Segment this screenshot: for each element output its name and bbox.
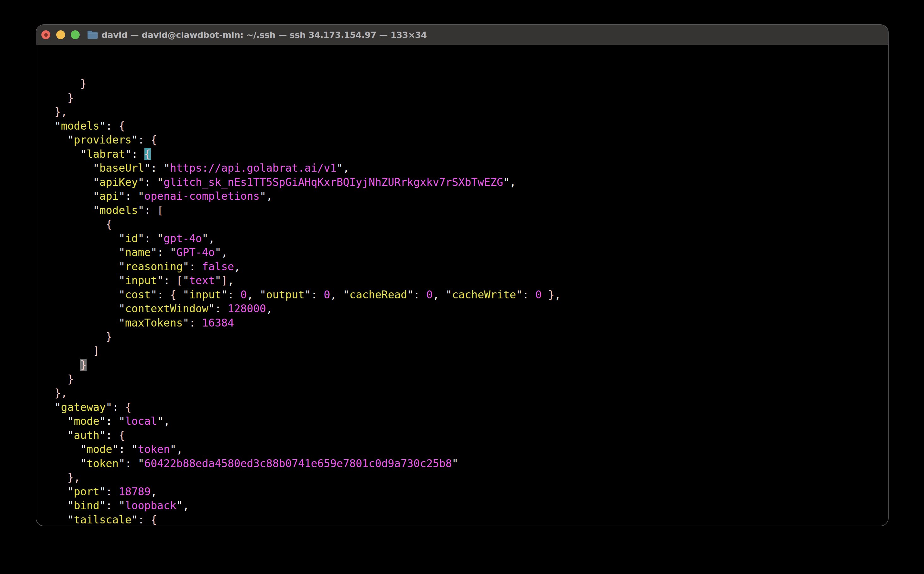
terminal-line: }, <box>42 471 888 485</box>
code-segment: ] <box>221 274 228 287</box>
code-segment: cacheRead <box>349 289 407 301</box>
terminal-line: "models": { <box>42 119 888 133</box>
terminal-line: }, <box>42 386 888 401</box>
code-segment: ": <box>125 148 145 160</box>
code-segment: " <box>42 190 99 202</box>
code-segment: { <box>151 134 157 146</box>
code-segment <box>42 471 67 484</box>
code-segment: ": <box>131 514 151 526</box>
code-segment: openai-completions <box>145 190 260 202</box>
code-segment: , " <box>433 289 452 301</box>
code-segment: , <box>234 260 241 273</box>
code-segment: " <box>42 274 125 287</box>
code-segment: ": <box>151 289 170 301</box>
code-segment: 0 <box>426 289 433 301</box>
code-segment: providers <box>74 134 131 146</box>
code-segment: 18789 <box>118 486 150 498</box>
code-segment: text <box>189 274 215 287</box>
terminal-line: "providers": { <box>42 133 888 147</box>
code-segment: { <box>151 514 157 526</box>
close-button[interactable] <box>41 30 50 39</box>
code-segment: input <box>125 274 157 287</box>
terminal-line: "mode": "local", <box>42 415 888 429</box>
code-segment: models <box>61 120 99 132</box>
code-segment: ": <box>183 260 202 273</box>
code-segment: [ <box>157 204 164 216</box>
window-title: david — david@clawdbot-min: ~/.ssh — ssh… <box>101 25 427 45</box>
code-segment: port <box>74 486 99 498</box>
code-segment: input <box>189 289 221 301</box>
code-segment <box>42 345 93 357</box>
code-segment: ": " <box>118 190 144 202</box>
code-segment: id <box>125 232 138 244</box>
code-segment: " <box>42 176 99 188</box>
code-segment: mode <box>74 415 99 427</box>
code-segment: " <box>42 260 125 273</box>
code-segment: " <box>42 204 99 216</box>
code-segment: " <box>452 457 458 470</box>
code-segment: ": " <box>138 176 164 188</box>
terminal-line: } <box>42 91 888 105</box>
code-segment: reasoning <box>125 260 183 273</box>
terminal-line: "bind": "loopback", <box>42 499 888 513</box>
code-segment: models <box>99 204 138 216</box>
code-segment: } <box>67 91 74 104</box>
code-segment <box>42 373 67 385</box>
terminal-line: "auth": { <box>42 429 888 443</box>
code-segment: api <box>99 190 119 202</box>
terminal-line: "gateway": { <box>42 401 888 415</box>
code-segment <box>42 77 80 90</box>
code-segment: ": " <box>99 415 125 427</box>
code-segment: gpt-4o <box>164 232 202 244</box>
code-segment: ", <box>215 246 228 259</box>
minimize-button[interactable] <box>56 30 65 39</box>
window-titlebar[interactable]: david — david@clawdbot-min: ~/.ssh — ssh… <box>36 25 888 45</box>
code-segment: maxTokens <box>125 317 183 329</box>
code-segment: " <box>42 148 87 160</box>
code-segment <box>42 359 80 371</box>
code-segment: ": <box>221 289 241 301</box>
cursor-block: } <box>80 359 87 371</box>
code-segment: " <box>42 457 87 470</box>
code-segment: 0 <box>535 289 541 301</box>
code-segment: 128000 <box>228 303 266 315</box>
terminal-line: "input": ["text"], <box>42 274 888 288</box>
code-segment: " <box>215 274 221 287</box>
terminal-line: }, <box>42 105 888 119</box>
terminal-line: "apiKey": "glitch_sk_nEs1TT5SpGiAHqKxrBQ… <box>42 175 888 190</box>
terminal-line: } <box>42 372 888 386</box>
code-segment: ": <box>183 317 202 329</box>
desktop-background: david — david@clawdbot-min: ~/.ssh — ssh… <box>0 0 924 574</box>
code-segment: gateway <box>61 401 106 413</box>
code-segment: , <box>554 289 561 301</box>
terminal-line: "tailscale": { <box>42 513 888 526</box>
terminal-line: "maxTokens": 16384 <box>42 316 888 330</box>
code-segment: " <box>42 120 61 132</box>
code-segment: ": <box>99 120 119 132</box>
terminal-line: } <box>42 358 888 372</box>
terminal-line: "reasoning": false, <box>42 260 888 274</box>
code-segment: }, <box>55 106 68 118</box>
code-segment: , " <box>247 289 266 301</box>
code-segment: baseUrl <box>99 162 145 174</box>
code-segment: " <box>42 415 74 427</box>
code-segment: https://api.golabrat.ai/v1 <box>170 162 337 174</box>
code-segment: " <box>42 429 74 442</box>
zoom-button[interactable] <box>71 30 80 39</box>
code-segment: ": " <box>118 457 144 470</box>
matched-brace-highlight: { <box>145 148 151 160</box>
code-segment: }, <box>55 387 68 399</box>
code-segment: , " <box>330 289 349 301</box>
code-segment: ", <box>202 232 215 244</box>
terminal-line: } <box>42 330 888 344</box>
code-segment: { <box>170 289 176 301</box>
code-segment: 0 <box>241 289 247 301</box>
code-segment: } <box>548 289 554 301</box>
terminal-window: david — david@clawdbot-min: ~/.ssh — ssh… <box>36 24 889 526</box>
document-edited-indicator <box>44 33 48 37</box>
code-segment: " <box>42 317 125 329</box>
terminal-content[interactable]: } } }, "models": { "providers": { "labra… <box>36 45 888 526</box>
terminal-line: "labrat": { <box>42 147 888 161</box>
code-segment <box>541 289 548 301</box>
code-segment: { <box>118 120 125 132</box>
